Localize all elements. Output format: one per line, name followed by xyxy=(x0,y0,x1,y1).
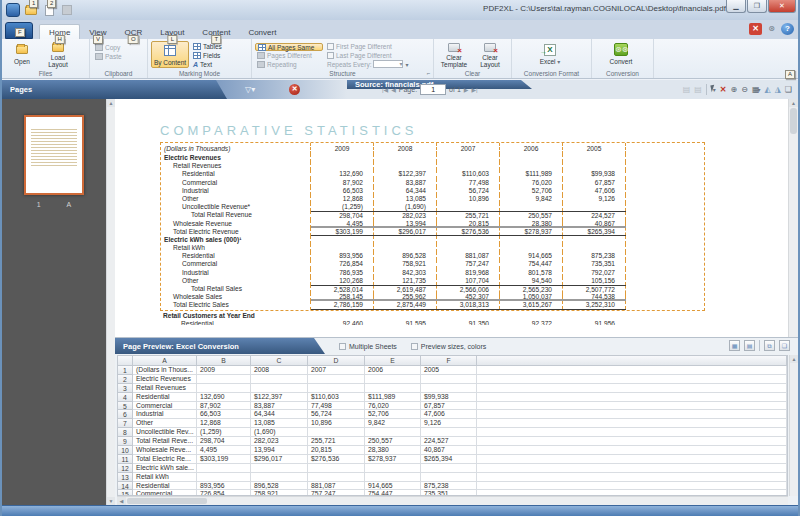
sheet-cell[interactable]: $296,017 xyxy=(251,455,308,464)
sheet-cell[interactable]: 66,503 xyxy=(197,410,251,419)
repeats-every-field[interactable]: Repeats Every: ▾ xyxy=(325,60,429,68)
sheet-cell[interactable]: 28,380 xyxy=(365,446,421,455)
column-header-D[interactable]: D xyxy=(308,356,365,366)
row-number[interactable]: 13 xyxy=(118,473,133,482)
scroll-up-icon[interactable]: ▲ xyxy=(789,99,798,107)
convert-button[interactable]: ⊛⊛ Convert xyxy=(595,41,647,68)
sheet-cell[interactable]: Uncollectible Rev... xyxy=(133,428,197,437)
help-icon[interactable]: ? xyxy=(781,23,794,35)
sheet-cell[interactable]: 20,815 xyxy=(308,446,365,455)
row-number[interactable]: 14 xyxy=(118,482,133,491)
sheet-cell[interactable]: 76,020 xyxy=(365,402,421,411)
column-header-F[interactable]: F xyxy=(421,356,477,366)
popout-window-icon[interactable]: ❏ xyxy=(779,340,790,351)
sheet-view-icon[interactable]: ▤ xyxy=(744,340,755,351)
row-number[interactable]: 2 xyxy=(118,375,133,384)
multiple-sheets-checkbox[interactable]: Multiple Sheets xyxy=(339,343,397,350)
tab-convert[interactable]: Convert xyxy=(239,25,285,39)
sheet-cell[interactable] xyxy=(365,473,421,482)
sheet-cell[interactable] xyxy=(421,375,477,384)
sheet-cell[interactable]: Total Retail Reve... xyxy=(133,437,197,446)
sheet-cell[interactable] xyxy=(251,384,308,393)
open-button[interactable]: Open xyxy=(5,41,39,68)
sheet-cell[interactable]: (1,690) xyxy=(251,428,308,437)
close-button[interactable]: ✕ xyxy=(768,0,796,13)
sheet-cell[interactable]: 2009 xyxy=(197,366,251,375)
sheet-cell[interactable]: 2006 xyxy=(365,366,421,375)
restore-button[interactable]: ❐ xyxy=(747,0,767,13)
sheet-cell[interactable]: 13,994 xyxy=(251,446,308,455)
row-number[interactable]: 10 xyxy=(118,446,133,455)
sheet-cell[interactable] xyxy=(365,384,421,393)
zoom-in-icon[interactable]: ⊕ xyxy=(731,84,738,96)
sheet-cell[interactable]: Wholesale Reve... xyxy=(133,446,197,455)
delete-marking-icon[interactable]: ✕ xyxy=(720,84,727,96)
sheet-cell[interactable] xyxy=(308,384,365,393)
sheet-cell[interactable]: Retail kWh xyxy=(133,473,197,482)
load-layout-button[interactable]: Load Layout xyxy=(41,41,75,68)
sheet-cell[interactable]: 4,495 xyxy=(197,446,251,455)
row-number[interactable]: 11 xyxy=(118,455,133,464)
sheet-cell[interactable] xyxy=(197,384,251,393)
sheet-cell[interactable] xyxy=(421,464,477,473)
sheet-cell[interactable] xyxy=(308,428,365,437)
column-header-B[interactable]: B xyxy=(197,356,251,366)
sheet-cell[interactable]: 2008 xyxy=(251,366,308,375)
tables-button[interactable]: Tables xyxy=(191,43,224,51)
last-page-icon[interactable]: ▶| xyxy=(471,86,477,93)
excel-preview-sheet[interactable]: ABCDEF1(Dollars in Thous...2009200820072… xyxy=(117,355,788,496)
sheet-cell[interactable]: Electric kWh sale... xyxy=(133,464,197,473)
sheet-cell[interactable] xyxy=(365,375,421,384)
app-icon[interactable] xyxy=(6,3,20,17)
copy-preview-icon[interactable]: ⧉ xyxy=(764,340,775,351)
sheet-cell[interactable]: 67,857 xyxy=(421,402,477,411)
scroll-up-icon[interactable]: ▲ xyxy=(790,355,798,363)
sheet-cell[interactable] xyxy=(197,464,251,473)
row-number[interactable]: 8 xyxy=(118,428,133,437)
first-page-different-checkbox[interactable]: First Page Different xyxy=(325,43,429,51)
sheet-cell[interactable]: $110,603 xyxy=(308,393,365,402)
tab-home[interactable]: Home H xyxy=(39,24,80,39)
row-number[interactable]: 12 xyxy=(118,464,133,473)
sheet-cell[interactable] xyxy=(197,375,251,384)
sheet-cell[interactable]: Retail Revenues xyxy=(133,384,197,393)
sheet-cell[interactable]: 9,126 xyxy=(421,419,477,428)
sheet-cell[interactable]: Industrial xyxy=(133,410,197,419)
row-number[interactable]: 3 xyxy=(118,384,133,393)
scroll-up-icon[interactable]: ▲ xyxy=(107,99,115,107)
zoom-out-icon[interactable]: ⊖ xyxy=(741,84,748,96)
sheet-cell[interactable]: 12,868 xyxy=(197,419,251,428)
page-thumbnail[interactable] xyxy=(24,115,84,195)
close-document-icon[interactable]: ✕ xyxy=(749,23,762,35)
sheet-cell[interactable] xyxy=(197,473,251,482)
repeats-every-combobox[interactable] xyxy=(373,60,403,68)
prev-marking-icon[interactable]: ▤ xyxy=(683,84,691,96)
sheet-cell[interactable]: 83,887 xyxy=(251,402,308,411)
sheet-cell[interactable]: 13,085 xyxy=(251,419,308,428)
sheet-cell[interactable] xyxy=(251,473,308,482)
pages-different-button[interactable]: Pages Different xyxy=(255,52,323,60)
sheet-cell[interactable] xyxy=(421,428,477,437)
document-vertical-scrollbar[interactable]: ▲ xyxy=(788,99,798,337)
sheet-cell[interactable]: $111,989 xyxy=(365,393,421,402)
sheet-cell[interactable]: 224,527 xyxy=(421,437,477,446)
copy-button[interactable]: Copy xyxy=(93,43,124,51)
sheet-cell[interactable]: 881,087 xyxy=(308,482,365,491)
sheet-cell[interactable]: 282,023 xyxy=(251,437,308,446)
scrollbar-thumb[interactable] xyxy=(790,108,797,134)
marked-table-region[interactable]: (Dollars in Thousands)200920082007200620… xyxy=(160,142,705,311)
rotate-right-icon[interactable]: ◮ xyxy=(775,84,781,96)
row-number[interactable]: 9 xyxy=(118,437,133,446)
clear-layout-button[interactable]: Clear Layout xyxy=(473,41,507,68)
dialog-launcher-icon[interactable]: ⌐ xyxy=(425,70,432,77)
page-number-input[interactable]: 1 xyxy=(420,84,446,95)
file-menu-button[interactable]: F xyxy=(5,22,33,39)
sheet-cell[interactable] xyxy=(308,464,365,473)
scroll-left-icon[interactable]: ◀ xyxy=(117,497,126,505)
scrollbar-thumb[interactable] xyxy=(127,498,207,504)
sheet-cell[interactable]: $303,199 xyxy=(197,455,251,464)
qat-open-button[interactable]: 1 xyxy=(23,3,39,17)
sheet-cell[interactable]: Total Electric Re... xyxy=(133,455,197,464)
sheet-cell[interactable]: 52,706 xyxy=(365,410,421,419)
scroll-down-icon[interactable]: ▼ xyxy=(107,497,115,505)
